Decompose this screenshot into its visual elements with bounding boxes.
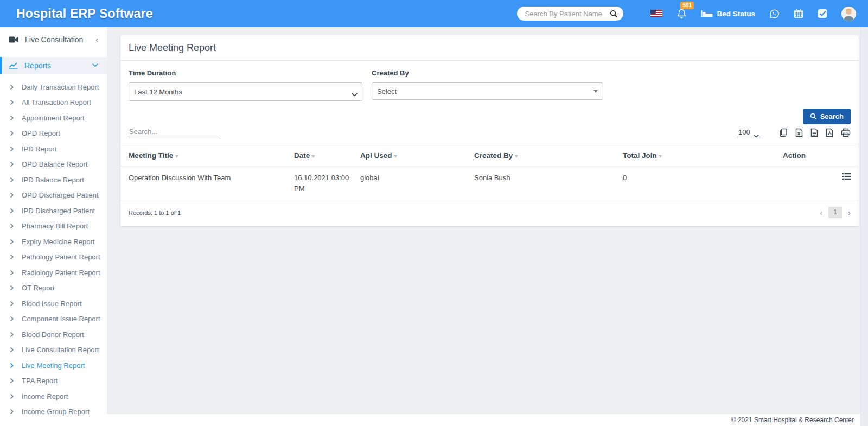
sidebar-report-item[interactable]: Expiry Medicine Report — [0, 234, 107, 250]
sidebar-report-item[interactable]: Radiology Patient Report — [0, 265, 107, 281]
whatsapp-icon[interactable] — [769, 9, 780, 19]
table-search-input[interactable] — [129, 125, 221, 138]
time-duration-select[interactable]: Last 12 Months — [129, 82, 362, 101]
sidebar-report-list: Daily Transaction Report All Transaction… — [0, 74, 107, 419]
tasks-check-icon[interactable] — [818, 9, 827, 18]
filters-row: Time Duration Last 12 Months Created By … — [120, 61, 859, 101]
main-content: Live Meeting Report Time Duration Last 1… — [107, 27, 868, 426]
pagination-next-icon[interactable]: › — [848, 208, 851, 217]
search-icon — [810, 113, 817, 120]
calendar-icon[interactable] — [794, 9, 803, 18]
chevron-right-icon — [10, 270, 14, 275]
sidebar-report-item-label: Appointment Report — [22, 114, 85, 122]
export-excel-icon[interactable] — [795, 128, 803, 137]
user-avatar[interactable] — [841, 7, 856, 21]
chevron-right-icon — [10, 363, 14, 368]
bed-status-link[interactable]: Bed Status — [701, 10, 755, 18]
column-header-total-join[interactable]: Total Join▾ — [623, 144, 783, 166]
row-actions-list-icon[interactable] — [842, 173, 851, 180]
page-scrollbar[interactable] — [860, 27, 868, 426]
sidebar-report-item[interactable]: Component Issue Report — [0, 311, 107, 327]
sidebar-report-item[interactable]: OPD Report — [0, 126, 107, 142]
sidebar: Live Consultation ‹ Reports Daily Transa… — [0, 27, 107, 426]
sort-caret-icon: ▾ — [515, 153, 518, 159]
bed-status-label: Bed Status — [717, 10, 755, 18]
sidebar-report-item-label: Pathology Patient Report — [22, 253, 100, 261]
sidebar-report-item[interactable]: Daily Transaction Report — [0, 79, 107, 95]
chevron-right-icon — [10, 131, 14, 136]
cell-api-used: global — [360, 166, 474, 200]
sidebar-report-item[interactable]: Income Group Report — [0, 404, 107, 420]
sidebar-report-item[interactable]: Pharmacy Bill Report — [0, 219, 107, 234]
sidebar-report-item[interactable]: OT Report — [0, 281, 107, 296]
report-table: Meeting Title▾ Date▾ Api Used▾ Created B… — [120, 144, 859, 200]
page-size-select[interactable]: 100 — [737, 127, 760, 138]
sidebar-report-item-label: IPD Discharged Patient — [22, 207, 95, 215]
print-icon[interactable] — [841, 128, 851, 137]
cell-meeting-title: Operation Discussion With Team — [120, 166, 294, 200]
footer: © 2021 Smart Hospital & Research Center — [107, 414, 860, 426]
sidebar-report-item[interactable]: All Transaction Report — [0, 95, 107, 111]
sidebar-report-item-label: Live Meeting Report — [22, 361, 85, 370]
sidebar-item-live-consultation[interactable]: Live Consultation ‹ — [0, 27, 107, 52]
sidebar-report-item[interactable]: Blood Issue Report — [0, 296, 107, 311]
sidebar-report-item[interactable]: Blood Donor Report — [0, 327, 107, 342]
export-csv-icon[interactable] — [810, 128, 818, 137]
patient-search-input[interactable] — [525, 10, 610, 18]
sidebar-report-item[interactable]: TPA Report — [0, 373, 107, 389]
sidebar-report-item[interactable]: Appointment Report — [0, 110, 107, 126]
table-toolbar: 100 — [120, 124, 859, 138]
cell-date: 16.10.2021 03:00 PM — [294, 166, 360, 200]
sidebar-report-item[interactable]: OPD Discharged Patient — [0, 188, 107, 204]
sidebar-report-item-label: Income Group Report — [22, 408, 90, 416]
sidebar-report-item-label: OT Report — [22, 284, 54, 292]
time-duration-filter: Time Duration Last 12 Months — [129, 69, 362, 101]
sidebar-item-reports[interactable]: Reports — [0, 57, 107, 74]
notifications-bell-icon[interactable]: 591 — [676, 8, 687, 20]
top-header: Hospital ERP Software 591 Bed Status — [0, 0, 868, 27]
chevron-right-icon — [10, 409, 14, 414]
patient-search-box[interactable] — [517, 7, 623, 21]
sort-caret-icon: ▾ — [659, 153, 662, 159]
sidebar-report-item-label: Pharmacy Bill Report — [22, 222, 88, 230]
column-header-action: Action — [783, 144, 859, 166]
pagination-prev-icon[interactable]: ‹ — [820, 208, 822, 217]
chevron-right-icon — [10, 285, 14, 290]
sidebar-report-item-label: All Transaction Report — [22, 98, 91, 106]
sidebar-report-item[interactable]: Live Meeting Report — [0, 358, 107, 373]
sidebar-report-item-label: OPD Discharged Patient — [22, 191, 99, 199]
sidebar-report-item-label: Blood Donor Report — [22, 330, 84, 339]
column-header-api-used[interactable]: Api Used▾ — [360, 144, 474, 166]
search-button[interactable]: Search — [803, 109, 851, 124]
column-header-date[interactable]: Date▾ — [294, 144, 360, 166]
sidebar-report-item[interactable]: OPD Balance Report — [0, 157, 107, 173]
time-duration-label: Time Duration — [129, 69, 362, 77]
export-pdf-icon[interactable] — [826, 128, 833, 137]
sidebar-report-item-label: Component Issue Report — [22, 315, 100, 323]
chevron-left-icon: ‹ — [95, 35, 98, 44]
chevron-right-icon — [10, 255, 14, 259]
copy-icon[interactable] — [778, 128, 788, 137]
sidebar-report-item[interactable]: Live Consultation Report — [0, 342, 107, 358]
sidebar-report-item[interactable]: IPD Report — [0, 141, 107, 157]
column-header-meeting-title[interactable]: Meeting Title▾ — [120, 144, 294, 166]
created-by-filter: Created By Select — [372, 69, 605, 101]
chevron-right-icon — [10, 378, 14, 383]
pagination-page-1[interactable]: 1 — [828, 207, 842, 218]
sort-caret-icon: ▾ — [394, 153, 397, 159]
sidebar-report-item[interactable]: IPD Balance Report — [0, 172, 107, 188]
cell-action — [783, 166, 859, 200]
sidebar-report-item[interactable]: Income Report — [0, 389, 107, 404]
bed-icon — [701, 10, 713, 18]
sidebar-report-item[interactable]: Pathology Patient Report — [0, 250, 107, 265]
language-flag-icon[interactable] — [650, 10, 662, 17]
app-title: Hospital ERP Software — [16, 7, 153, 21]
search-icon[interactable] — [610, 10, 618, 18]
chevron-right-icon — [10, 116, 14, 120]
chevron-right-icon — [10, 147, 14, 151]
chevron-right-icon — [10, 301, 14, 306]
column-header-created-by[interactable]: Created By▾ — [474, 144, 623, 166]
created-by-select[interactable]: Select — [372, 82, 603, 100]
chevron-right-icon — [10, 239, 14, 244]
sidebar-report-item[interactable]: IPD Discharged Patient — [0, 203, 107, 219]
